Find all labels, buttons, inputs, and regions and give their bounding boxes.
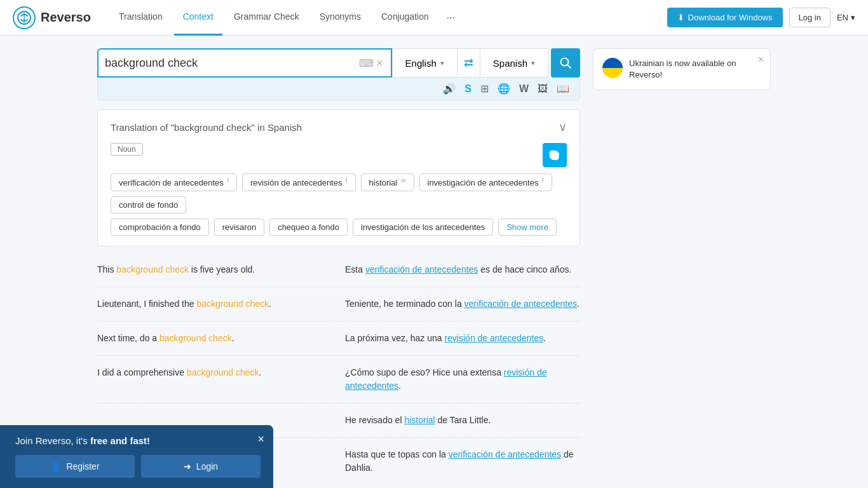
nav-more[interactable]: ··· [440, 0, 461, 36]
source-language-selector[interactable]: English ▾ [393, 49, 457, 77]
collapse-icon[interactable]: ∨ [559, 120, 567, 134]
example-spanish: La próxima vez, haz una revisión de ante… [345, 332, 580, 345]
trans-tag[interactable]: investigación de los antecedentes [353, 219, 493, 236]
search-button[interactable] [551, 48, 580, 78]
logo-text: Reverso [41, 10, 91, 25]
icon-row: 🔊 S ⊞ 🌐 W 🖼 📖 [97, 78, 580, 100]
example-row: Next time, do a background check. La pró… [97, 322, 580, 356]
nav-conjugation[interactable]: Conjugation [372, 0, 438, 36]
example-english: Next time, do a background check. [97, 332, 332, 345]
highlight-translation: revisión de antecedentes [345, 367, 547, 391]
nav-grammar[interactable]: Grammar Check [225, 0, 308, 36]
nav-context[interactable]: Context [174, 0, 222, 36]
nav-translation[interactable]: Translation [110, 0, 172, 36]
close-banner-button[interactable]: × [257, 433, 264, 446]
search-input-wrapper: ⌨ × [97, 48, 392, 78]
example-english: Lieutenant, I finished the background ch… [97, 297, 332, 311]
translation-tags-2: comprobación a fondo revisaron chequeo a… [111, 219, 567, 236]
login-button[interactable]: Log in [789, 8, 831, 27]
download-icon: ⬇ [677, 13, 684, 22]
navbar-nav: Translation Context Grammar Check Synony… [110, 0, 667, 36]
content-area: ⌨ × English ▾ ⇄ Spanish ▾ [97, 48, 580, 485]
pos-badge: Noun [111, 143, 143, 156]
grid-icon[interactable]: ⊞ [480, 83, 489, 95]
example-row: This background check is five years old.… [97, 253, 580, 287]
trans-tag[interactable]: revisión de antecedentes f [242, 173, 356, 191]
example-spanish: Hasta que te topas con la verificación d… [345, 448, 580, 475]
wiki-icon[interactable]: W [519, 83, 529, 95]
translation-header: Translation of "background check" in Spa… [111, 120, 567, 134]
logo-icon [13, 6, 36, 29]
search-input[interactable] [105, 57, 358, 70]
example-spanish: He revisado el historial de Tara Little. [345, 414, 580, 427]
example-spanish: Teniente, he terminado con la verificaci… [345, 297, 580, 311]
show-more-button[interactable]: Show more [498, 219, 557, 236]
web-icon[interactable]: 🌐 [498, 83, 510, 95]
ukraine-flag-icon [602, 58, 623, 78]
main-content: ⌨ × English ▾ ⇄ Spanish ▾ [85, 36, 783, 488]
banner-buttons: 👤 Register ➜ Login [15, 455, 261, 478]
chevron-down-icon: ▾ [531, 59, 535, 67]
trans-tag[interactable]: control de fondo [111, 196, 186, 214]
chevron-down-icon: ▾ [851, 13, 855, 22]
highlight-translation: verificación de antecedentes [465, 299, 577, 309]
example-english: This background check is five years old. [97, 263, 332, 276]
target-language-selector[interactable]: Spanish ▾ [480, 49, 548, 77]
highlight-translation: verificación de antecedentes [449, 449, 561, 459]
logo[interactable]: Reverso [13, 6, 91, 29]
trans-tag[interactable]: revisaron [214, 219, 264, 236]
swap-languages-button[interactable]: ⇄ [458, 49, 480, 77]
example-row: I did a comprehensive background check. … [97, 356, 580, 403]
trans-tag[interactable]: historial m [361, 173, 414, 191]
highlight-term: background check [187, 367, 259, 377]
keyboard-icon[interactable]: ⌨ [358, 56, 375, 71]
highlight-term: background check [196, 299, 269, 309]
highlight-term: background check [159, 333, 232, 343]
skype-icon[interactable]: S [465, 83, 471, 95]
register-icon: 👤 [50, 461, 61, 471]
example-english: I did a comprehensive background check. [97, 366, 332, 393]
nav-synonyms[interactable]: Synonyms [311, 0, 370, 36]
register-button[interactable]: 👤 Register [15, 455, 135, 478]
highlight-term: background check [116, 264, 189, 274]
download-button[interactable]: ⬇ Download for Windows [667, 8, 783, 27]
login-banner-button[interactable]: ➜ Login [141, 455, 261, 478]
sound-icon[interactable]: 🔊 [443, 83, 456, 95]
close-notification-button[interactable]: × [758, 54, 764, 65]
translation-section: Translation of "background check" in Spa… [97, 109, 580, 247]
book-icon[interactable]: 📖 [557, 83, 569, 95]
example-spanish: Esta verificación de antecedentes es de … [345, 263, 580, 276]
example-row: Lieutenant, I finished the background ch… [97, 287, 580, 322]
banner-title: Join Reverso, it's free and fast! [15, 435, 261, 446]
example-spanish: ¿Cómo supo de eso? Hice una extensa revi… [345, 366, 580, 393]
notification-card: Ukrainian is now available on Reverso! × [593, 48, 771, 90]
login-icon: ➜ [184, 461, 191, 471]
trans-tag[interactable]: verificación de antecedentes f [111, 173, 237, 191]
svg-line-3 [567, 65, 571, 68]
navbar-right: ⬇ Download for Windows Log in EN ▾ [667, 8, 855, 27]
trans-tag[interactable]: investigación de antecedentes f [419, 173, 552, 191]
highlight-translation: verificación de antecedentes [365, 264, 478, 274]
highlight-translation: revisión de antecedentes [444, 333, 543, 343]
skype-translate-button[interactable] [543, 143, 567, 167]
image-icon[interactable]: 🖼 [538, 83, 548, 95]
highlight-translation: historial [404, 415, 435, 425]
sidebar: Ukrainian is now available on Reverso! × [593, 48, 771, 485]
chevron-down-icon: ▾ [440, 59, 444, 67]
language-selector[interactable]: EN ▾ [837, 13, 855, 22]
trans-tag[interactable]: chequeo a fondo [269, 219, 348, 236]
clear-icon[interactable]: × [375, 55, 384, 71]
navbar: Reverso Translation Context Grammar Chec… [0, 0, 868, 36]
translation-tags: verificación de antecedentes f revisión … [111, 173, 567, 214]
notification-text: Ukrainian is now available on Reverso! [629, 58, 761, 81]
trans-tag[interactable]: comprobación a fondo [111, 219, 209, 236]
bottom-banner: × Join Reverso, it's free and fast! 👤 Re… [0, 425, 273, 488]
translation-title: Translation of "background check" in Spa… [111, 122, 302, 133]
